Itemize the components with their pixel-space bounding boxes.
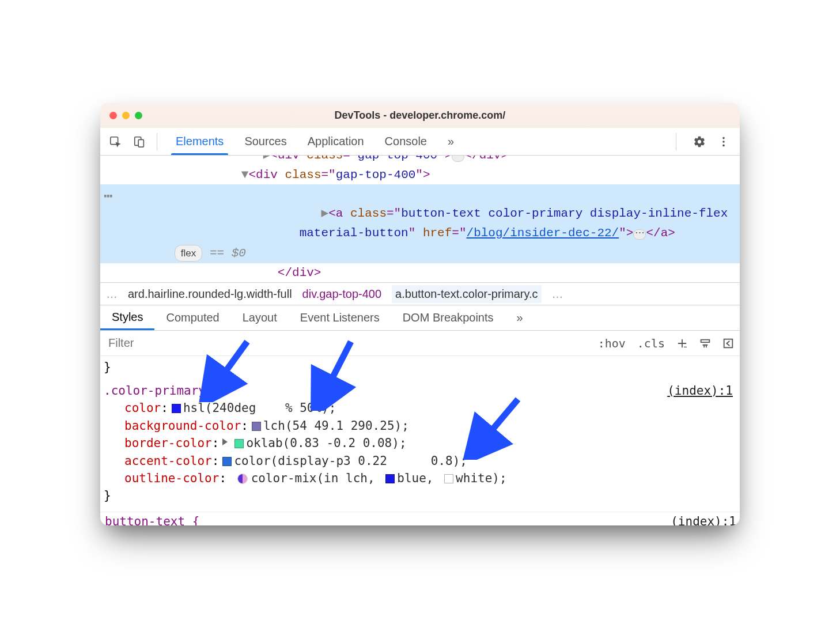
- settings-icon[interactable]: [690, 133, 709, 151]
- subtab-dom-breakpoints[interactable]: DOM Breakpoints: [391, 305, 505, 330]
- hover-toggle[interactable]: :hov: [592, 336, 631, 350]
- ellipsis-icon[interactable]: ⋯: [452, 156, 464, 162]
- dollar0-reference: $0: [232, 247, 246, 260]
- dom-tree[interactable]: ▶<div class="gap-top-400">⋯</div> ▼<div …: [100, 156, 740, 282]
- zoom-icon[interactable]: [135, 112, 142, 119]
- svg-point-4: [722, 141, 725, 143]
- color-swatch-icon[interactable]: [172, 404, 181, 413]
- window-title: DevTools - developer.chrome.com/: [100, 109, 740, 122]
- expand-triangle-icon[interactable]: ▶: [321, 207, 328, 220]
- tab-application[interactable]: Application: [297, 128, 374, 155]
- crumb-overflow-right[interactable]: …: [552, 287, 563, 301]
- styles-panel[interactable]: } (index):1 .color-primary { color:hsl(2…: [100, 356, 740, 512]
- cls-toggle[interactable]: .cls: [631, 336, 671, 350]
- flex-badge[interactable]: flex: [175, 245, 202, 262]
- dom-node-closing[interactable]: </div>: [100, 263, 740, 283]
- ellipsis-icon[interactable]: ⋯: [633, 229, 646, 240]
- crumb-item-selected[interactable]: a.button-text.color-primary.c: [392, 285, 542, 303]
- toolbar: Elements Sources Application Console »: [100, 128, 740, 156]
- css-declaration-background-color[interactable]: background-color:lch(54 49.1 290.25);: [124, 417, 736, 434]
- panel-tabs: Elements Sources Application Console »: [165, 128, 464, 155]
- minimize-icon[interactable]: [122, 112, 130, 119]
- subtab-computed[interactable]: Computed: [154, 305, 230, 330]
- dom-node-div-expanded[interactable]: ▼<div class="gap-top-400">: [100, 165, 740, 185]
- css-declaration-accent-color[interactable]: accent-color:color(display-p3 0.22 0.46 …: [124, 452, 736, 470]
- rule-close-brace: }: [104, 358, 736, 376]
- color-mix-swatch-icon[interactable]: [237, 474, 248, 484]
- source-link[interactable]: (index):1: [667, 382, 733, 399]
- svg-point-5: [722, 144, 725, 146]
- color-swatch-icon[interactable]: [222, 457, 232, 466]
- svg-rect-6: [724, 339, 733, 347]
- expand-triangle-icon[interactable]: [222, 438, 228, 445]
- filter-input[interactable]: [100, 336, 592, 350]
- color-swatch-icon[interactable]: [252, 422, 261, 431]
- css-declaration-border-color[interactable]: border-color:oklab(0.83 -0.2 0.08);: [124, 434, 736, 452]
- source-link[interactable]: (index):1: [671, 514, 736, 525]
- styles-filter-bar: :hov .cls: [100, 331, 740, 356]
- rendering-emulations-icon[interactable]: [696, 334, 714, 353]
- rule-close-brace: }: [104, 487, 736, 504]
- dom-node-div-collapsed[interactable]: ▶<div class="gap-top-400">⋯</div>: [100, 156, 740, 165]
- crumb-item[interactable]: ard.hairline.rounded-lg.width-full: [128, 287, 292, 301]
- css-selector[interactable]: .color-primary: [104, 384, 206, 398]
- css-declaration-outline-color[interactable]: outline-color: color-mix(in lch, blue, w…: [124, 470, 736, 487]
- tab-elements[interactable]: Elements: [165, 128, 234, 155]
- breadcrumb[interactable]: … ard.hairline.rounded-lg.width-full div…: [100, 282, 740, 305]
- separator: [157, 133, 157, 150]
- subtab-event-listeners[interactable]: Event Listeners: [289, 305, 391, 330]
- collapse-triangle-icon[interactable]: ▼: [241, 168, 249, 181]
- crumb-item[interactable]: div.gap-top-400: [302, 287, 382, 301]
- expand-triangle-icon[interactable]: ▶: [263, 156, 271, 162]
- color-swatch-icon[interactable]: [234, 439, 244, 448]
- dom-node-selected[interactable]: ⋯ ▶<a class="button-text color-primary d…: [100, 184, 740, 263]
- tab-console[interactable]: Console: [374, 128, 437, 155]
- href-link[interactable]: /blog/insider-dec-22/: [467, 226, 619, 240]
- selected-gutter-icon: ⋯: [104, 186, 111, 209]
- subtab-styles[interactable]: Styles: [100, 305, 154, 330]
- tab-sources[interactable]: Sources: [234, 128, 297, 155]
- computed-sidebar-icon[interactable]: [719, 334, 737, 353]
- separator: [676, 133, 676, 150]
- device-toolbar-icon[interactable]: [130, 133, 149, 151]
- kebab-menu-icon[interactable]: [714, 133, 733, 151]
- traffic-lights: [109, 112, 142, 119]
- subtab-layout[interactable]: Layout: [231, 305, 289, 330]
- new-style-rule-icon[interactable]: [673, 334, 691, 353]
- inspect-element-icon[interactable]: [106, 133, 124, 151]
- devtools-window: DevTools - developer.chrome.com/ Element…: [100, 103, 740, 525]
- color-swatch-icon[interactable]: [385, 474, 395, 483]
- svg-rect-2: [138, 139, 143, 147]
- css-rule-partial[interactable]: (index):1 button-text {: [100, 512, 740, 525]
- crumb-overflow-left[interactable]: …: [106, 287, 118, 301]
- titlebar: DevTools - developer.chrome.com/: [100, 103, 740, 128]
- color-swatch-icon[interactable]: [444, 474, 453, 483]
- svg-point-3: [722, 137, 725, 139]
- css-declaration-color[interactable]: color:hsl(240deg 100% 50%);: [124, 399, 736, 417]
- styles-tabs: Styles Computed Layout Event Listeners D…: [100, 305, 740, 331]
- close-icon[interactable]: [109, 112, 117, 119]
- subtabs-overflow-icon[interactable]: »: [505, 305, 535, 330]
- tabs-overflow-icon[interactable]: »: [437, 128, 464, 155]
